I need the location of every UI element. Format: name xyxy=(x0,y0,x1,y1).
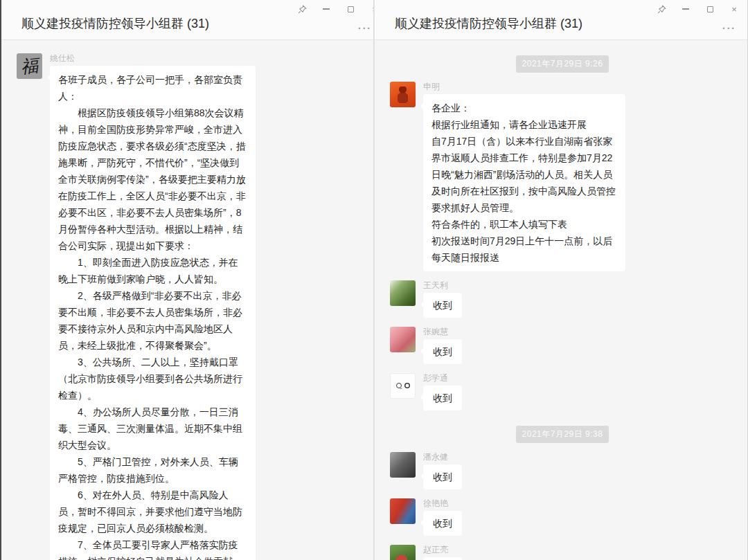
right-titlebar: 顺义建投疫情防控领导小组群 (31) × ··· xyxy=(375,0,747,40)
avatar[interactable] xyxy=(390,452,416,478)
chat-window-left: 顺义建投疫情防控领导小组群 (31) × ··· 福 姚仕松 各班 xyxy=(0,0,374,560)
right-window-controls: × xyxy=(657,4,739,14)
calligraphy-glyph: 福 xyxy=(19,54,39,78)
message-bubble: 收到 xyxy=(423,386,462,410)
message-row: 潘永健 收到 xyxy=(390,452,735,489)
pin-icon[interactable] xyxy=(657,4,666,14)
message-row: 赵正亮 收到 xyxy=(390,545,735,560)
left-window-controls: × xyxy=(297,4,373,14)
more-menu-icon[interactable]: ··· xyxy=(722,23,736,34)
avatar[interactable]: 福 xyxy=(17,53,42,79)
timestamp-badge: 2021年7月29日 9:38 xyxy=(516,426,609,443)
avatar[interactable] xyxy=(390,82,416,107)
more-menu-icon[interactable]: ··· xyxy=(358,23,372,34)
message-row: 申明 各企业： 根据行业组通知，请各企业迅速开展 自7月17日（含）以来本行业自… xyxy=(390,82,735,271)
message-bubble: 收到 xyxy=(423,557,462,560)
message-row: 张婉慧 收到 xyxy=(390,327,735,364)
sender-name: 张婉慧 xyxy=(423,327,462,336)
message-row: 彭学通 收到 xyxy=(390,373,735,410)
timestamp-row: 2021年7月29日 9:26 xyxy=(390,55,735,73)
timestamp-row: 2021年7月29日 9:38 xyxy=(390,426,735,443)
sender-name: 潘永健 xyxy=(423,452,462,462)
sender-name: 彭学通 xyxy=(423,373,462,383)
left-group-title: 顺义建投疫情防控领导小组群 (31) xyxy=(21,15,209,32)
maximize-icon[interactable] xyxy=(705,4,715,14)
timestamp-badge: 2021年7月29日 9:26 xyxy=(516,55,609,73)
message-bubble: 收到 xyxy=(423,339,462,364)
message-bubble: 收到 xyxy=(423,511,462,536)
right-group-title: 顺义建投疫情防控领导小组群 (31) xyxy=(395,15,582,32)
message-row: 王天利 收到 xyxy=(390,280,735,318)
message-bubble: 收到 xyxy=(423,293,462,318)
sender-name: 王天利 xyxy=(423,280,462,290)
maximize-icon[interactable] xyxy=(346,4,355,14)
sender-name: 申明 xyxy=(423,82,625,91)
message-row: 福 姚仕松 各班子成员，各子公司一把手，各部室负责人： 根据区防疫领疫领导小组第… xyxy=(17,53,361,560)
screenshot-stage: 顺义建投疫情防控领导小组群 (31) × ··· 福 姚仕松 各班 xyxy=(0,0,748,560)
left-titlebar: 顺义建投疫情防控领导小组群 (31) × ··· xyxy=(1,0,373,40)
chat-window-right: 顺义建投疫情防控领导小组群 (31) × ··· 2021年7月29日 9:26 xyxy=(374,0,748,560)
avatar[interactable] xyxy=(390,327,416,352)
minimize-icon[interactable] xyxy=(681,4,691,14)
avatar[interactable] xyxy=(390,280,416,306)
close-icon[interactable]: × xyxy=(370,4,373,14)
avatar[interactable] xyxy=(390,545,416,560)
message-bubble: 收到 xyxy=(423,464,462,489)
message-row: 徐艳艳 收到 xyxy=(390,498,735,536)
close-icon[interactable]: × xyxy=(729,4,739,14)
sender-name: 姚仕松 xyxy=(50,53,256,63)
left-chat-area[interactable]: 福 姚仕松 各班子成员，各子公司一把手，各部室负责人： 根据区防疫领疫领导小组第… xyxy=(1,40,373,560)
pin-icon[interactable] xyxy=(297,4,307,14)
minimize-icon[interactable] xyxy=(321,4,331,14)
avatar[interactable] xyxy=(390,373,416,399)
sender-name: 赵正亮 xyxy=(423,545,462,554)
message-bubble: 各企业： 根据行业组通知，请各企业迅速开展 自7月17日（含）以来本行业自湖南省… xyxy=(423,94,625,271)
right-chat-area[interactable]: 2021年7月29日 9:26 申明 各企业： 根据行业组通知，请各企业迅速开展… xyxy=(375,40,747,560)
message-bubble: 各班子成员，各子公司一把手，各部室负责人： 根据区防疫领疫领导小组第88次会议精… xyxy=(50,66,256,560)
sender-name: 徐艳艳 xyxy=(423,498,462,508)
avatar[interactable] xyxy=(390,498,416,524)
